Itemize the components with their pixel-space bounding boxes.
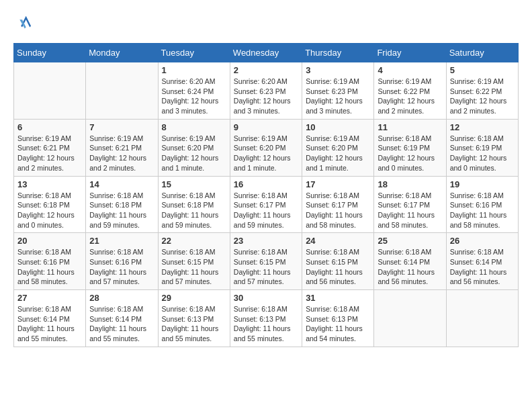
day-number: 3 [306,65,370,75]
day-number: 31 [306,293,370,303]
calendar-day-cell [86,62,158,120]
day-info: Sunrise: 6:19 AM Sunset: 6:21 PM Dayligh… [17,134,82,173]
day-info: Sunrise: 6:18 AM Sunset: 6:14 PM Dayligh… [450,247,515,287]
day-number: 13 [17,179,82,189]
day-info: Sunrise: 6:19 AM Sunset: 6:21 PM Dayligh… [89,134,154,173]
day-number: 15 [162,179,226,189]
calendar-day-cell [374,290,446,347]
day-info: Sunrise: 6:18 AM Sunset: 6:16 PM Dayligh… [450,191,515,230]
day-info: Sunrise: 6:20 AM Sunset: 6:24 PM Dayligh… [162,77,226,116]
calendar-day-cell: 31Sunrise: 6:18 AM Sunset: 6:13 PM Dayli… [302,290,374,347]
day-number: 29 [162,293,226,303]
calendar-day-cell: 21Sunrise: 6:18 AM Sunset: 6:16 PM Dayli… [86,233,158,290]
calendar-day-cell: 27Sunrise: 6:18 AM Sunset: 6:14 PM Dayli… [14,290,86,347]
calendar-day-cell [446,290,518,347]
day-number: 22 [162,236,226,246]
calendar-day-cell: 5Sunrise: 6:19 AM Sunset: 6:22 PM Daylig… [446,62,518,120]
calendar-day-cell: 15Sunrise: 6:18 AM Sunset: 6:18 PM Dayli… [158,176,230,233]
day-info: Sunrise: 6:18 AM Sunset: 6:14 PM Dayligh… [17,304,82,344]
day-number: 21 [89,236,154,246]
day-info: Sunrise: 6:18 AM Sunset: 6:13 PM Dayligh… [234,304,298,344]
page-header [13,13,519,32]
day-of-week-header: Monday [86,44,158,62]
day-number: 11 [378,122,442,132]
day-info: Sunrise: 6:18 AM Sunset: 6:19 PM Dayligh… [378,134,442,173]
calendar-day-cell [14,62,86,120]
day-number: 18 [378,179,442,189]
day-info: Sunrise: 6:18 AM Sunset: 6:18 PM Dayligh… [89,191,154,230]
calendar-day-cell: 4Sunrise: 6:19 AM Sunset: 6:22 PM Daylig… [374,62,446,120]
day-info: Sunrise: 6:18 AM Sunset: 6:19 PM Dayligh… [450,134,515,173]
day-of-week-header: Saturday [446,44,518,62]
day-info: Sunrise: 6:18 AM Sunset: 6:17 PM Dayligh… [234,191,298,230]
day-number: 6 [17,122,82,132]
day-info: Sunrise: 6:19 AM Sunset: 6:20 PM Dayligh… [234,134,298,173]
day-info: Sunrise: 6:18 AM Sunset: 6:18 PM Dayligh… [162,191,226,230]
calendar-day-cell: 6Sunrise: 6:19 AM Sunset: 6:21 PM Daylig… [14,119,86,176]
calendar-day-cell: 7Sunrise: 6:19 AM Sunset: 6:21 PM Daylig… [86,119,158,176]
day-info: Sunrise: 6:18 AM Sunset: 6:16 PM Dayligh… [17,247,82,287]
day-number: 8 [162,122,226,132]
calendar-day-cell: 9Sunrise: 6:19 AM Sunset: 6:20 PM Daylig… [230,119,302,176]
day-number: 9 [234,122,298,132]
day-number: 14 [89,179,154,189]
day-number: 24 [306,236,370,246]
day-info: Sunrise: 6:18 AM Sunset: 6:17 PM Dayligh… [378,191,442,230]
day-of-week-header: Thursday [302,44,374,62]
day-info: Sunrise: 6:18 AM Sunset: 6:15 PM Dayligh… [306,247,370,287]
calendar-day-cell: 22Sunrise: 6:18 AM Sunset: 6:15 PM Dayli… [158,233,230,290]
calendar-day-cell: 20Sunrise: 6:18 AM Sunset: 6:16 PM Dayli… [14,233,86,290]
calendar-day-cell: 10Sunrise: 6:19 AM Sunset: 6:20 PM Dayli… [302,119,374,176]
day-info: Sunrise: 6:19 AM Sunset: 6:22 PM Dayligh… [378,77,442,116]
day-of-week-header: Wednesday [230,44,302,62]
day-info: Sunrise: 6:18 AM Sunset: 6:18 PM Dayligh… [17,191,82,230]
calendar-day-cell: 2Sunrise: 6:20 AM Sunset: 6:23 PM Daylig… [230,62,302,120]
calendar-day-cell: 19Sunrise: 6:18 AM Sunset: 6:16 PM Dayli… [446,176,518,233]
calendar-day-cell: 13Sunrise: 6:18 AM Sunset: 6:18 PM Dayli… [14,176,86,233]
day-of-week-header: Sunday [14,44,86,62]
day-number: 30 [234,293,298,303]
calendar-day-cell: 28Sunrise: 6:18 AM Sunset: 6:14 PM Dayli… [86,290,158,347]
day-info: Sunrise: 6:18 AM Sunset: 6:16 PM Dayligh… [89,247,154,287]
day-info: Sunrise: 6:19 AM Sunset: 6:20 PM Dayligh… [162,134,226,173]
day-number: 12 [450,122,515,132]
calendar-table: SundayMondayTuesdayWednesdayThursdayFrid… [13,43,519,347]
day-info: Sunrise: 6:18 AM Sunset: 6:15 PM Dayligh… [162,247,226,287]
day-number: 26 [450,236,515,246]
day-number: 10 [306,122,370,132]
calendar-week-row: 13Sunrise: 6:18 AM Sunset: 6:18 PM Dayli… [14,176,519,233]
day-number: 28 [89,293,154,303]
logo-icon [13,13,32,32]
calendar-day-cell: 30Sunrise: 6:18 AM Sunset: 6:13 PM Dayli… [230,290,302,347]
calendar-day-cell: 14Sunrise: 6:18 AM Sunset: 6:18 PM Dayli… [86,176,158,233]
day-number: 23 [234,236,298,246]
calendar-week-row: 27Sunrise: 6:18 AM Sunset: 6:14 PM Dayli… [14,290,519,347]
calendar-day-cell: 26Sunrise: 6:18 AM Sunset: 6:14 PM Dayli… [446,233,518,290]
day-number: 4 [378,65,442,75]
calendar-week-row: 20Sunrise: 6:18 AM Sunset: 6:16 PM Dayli… [14,233,519,290]
day-info: Sunrise: 6:18 AM Sunset: 6:17 PM Dayligh… [306,191,370,230]
day-number: 5 [450,65,515,75]
calendar-day-cell: 17Sunrise: 6:18 AM Sunset: 6:17 PM Dayli… [302,176,374,233]
day-number: 7 [89,122,154,132]
day-number: 2 [234,65,298,75]
day-info: Sunrise: 6:19 AM Sunset: 6:23 PM Dayligh… [306,77,370,116]
day-info: Sunrise: 6:18 AM Sunset: 6:13 PM Dayligh… [162,304,226,344]
logo [13,13,35,32]
calendar-day-cell: 12Sunrise: 6:18 AM Sunset: 6:19 PM Dayli… [446,119,518,176]
calendar-day-cell: 25Sunrise: 6:18 AM Sunset: 6:14 PM Dayli… [374,233,446,290]
calendar-day-cell: 11Sunrise: 6:18 AM Sunset: 6:19 PM Dayli… [374,119,446,176]
calendar-day-cell: 24Sunrise: 6:18 AM Sunset: 6:15 PM Dayli… [302,233,374,290]
day-number: 16 [234,179,298,189]
calendar-day-cell: 8Sunrise: 6:19 AM Sunset: 6:20 PM Daylig… [158,119,230,176]
day-info: Sunrise: 6:18 AM Sunset: 6:15 PM Dayligh… [234,247,298,287]
day-number: 20 [17,236,82,246]
day-info: Sunrise: 6:18 AM Sunset: 6:13 PM Dayligh… [306,304,370,344]
day-of-week-header: Tuesday [158,44,230,62]
day-info: Sunrise: 6:19 AM Sunset: 6:22 PM Dayligh… [450,77,515,116]
day-number: 17 [306,179,370,189]
day-info: Sunrise: 6:20 AM Sunset: 6:23 PM Dayligh… [234,77,298,116]
calendar-day-cell: 23Sunrise: 6:18 AM Sunset: 6:15 PM Dayli… [230,233,302,290]
day-info: Sunrise: 6:18 AM Sunset: 6:14 PM Dayligh… [378,247,442,287]
day-number: 27 [17,293,82,303]
